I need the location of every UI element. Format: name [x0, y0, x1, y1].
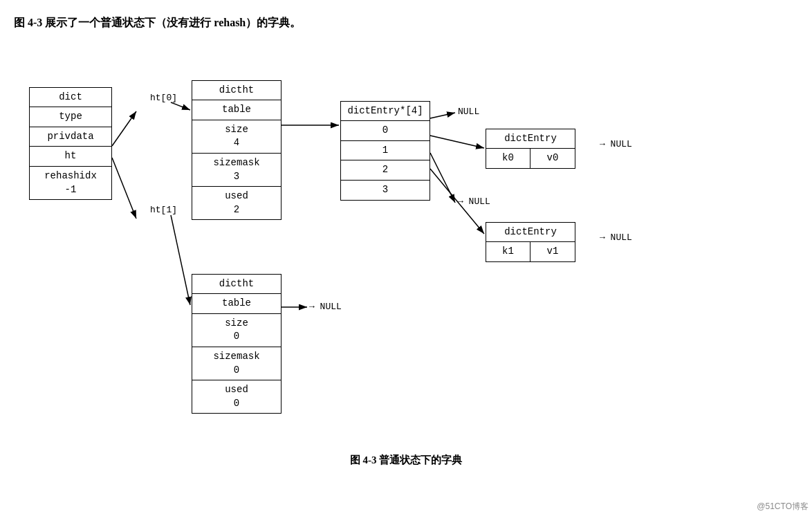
dictht-top-used: used2	[192, 187, 281, 219]
svg-line-8	[430, 153, 455, 203]
dict-box: dict type privdata ht rehashidx-1	[29, 87, 112, 201]
dictht-bottom-used: used0	[192, 380, 281, 413]
dict-cell-type: type	[30, 107, 111, 127]
entry-bottom-k: k1	[486, 242, 530, 261]
page-title: 图 4-3 展示了一个普通状态下（没有进行 rehash）的字典。	[14, 14, 798, 32]
array-2: 2	[341, 160, 430, 181]
diagram: dict type privdata ht rehashidx-1 ht[0] …	[15, 46, 797, 447]
array-1: 1	[341, 141, 430, 161]
entry-top-k: k0	[486, 149, 530, 168]
array-box: dictEntry*[4] 0 1 2 3	[340, 101, 430, 201]
array-3: 3	[341, 181, 430, 200]
svg-line-3	[112, 158, 136, 219]
dictht-top-size: size4	[192, 120, 281, 154]
entry-bottom-label: dictEntry	[486, 223, 575, 243]
figure-caption: 图 4-3 普通状态下的字典	[14, 454, 798, 467]
null-label-bottom-table: → NULL	[309, 302, 342, 312]
array-0: 0	[341, 121, 430, 141]
dictht-top-label: dictht	[192, 81, 281, 101]
entry-bottom-v: v1	[530, 242, 575, 261]
dict-cell-privdata: privdata	[30, 127, 111, 147]
dictht-bottom-table: table	[192, 294, 281, 314]
array-label: dictEntry*[4]	[341, 102, 430, 122]
ht0-label: ht[0]	[150, 93, 177, 103]
dictht-top-table: table	[192, 100, 281, 120]
entry-top-label: dictEntry	[486, 129, 575, 149]
ht1-label: ht[1]	[150, 205, 177, 215]
svg-line-4	[171, 215, 190, 305]
dict-cell-rehashidx: rehashidx-1	[30, 167, 111, 199]
null-label-row2: → NULL	[458, 196, 490, 207]
entry-bottom-box: dictEntry k1 v1	[486, 222, 575, 262]
dictht-bottom-sizemask: sizemask0	[192, 347, 281, 380]
dictht-top-box: dictht table size4 sizemask3 used2	[192, 80, 282, 221]
svg-line-6	[430, 113, 455, 118]
null-label-entry-bottom: → NULL	[600, 232, 632, 243]
dictht-bottom-box: dictht table size0 sizemask0 used0	[192, 274, 282, 414]
svg-line-7	[430, 136, 484, 148]
svg-line-1	[112, 111, 136, 146]
dict-cell-dict: dict	[30, 88, 111, 108]
entry-top-box: dictEntry k0 v0	[486, 129, 575, 169]
dictht-top-sizemask: sizemask3	[192, 154, 281, 187]
svg-line-2	[171, 102, 190, 110]
null-label-entry-top: → NULL	[600, 139, 632, 149]
entry-top-v: v0	[530, 149, 575, 168]
watermark: @51CTO博客	[757, 501, 809, 513]
dict-cell-ht: ht	[30, 147, 111, 167]
null-label-top: NULL	[458, 107, 479, 117]
dictht-bottom-label: dictht	[192, 275, 281, 295]
dictht-bottom-size: size0	[192, 314, 281, 347]
